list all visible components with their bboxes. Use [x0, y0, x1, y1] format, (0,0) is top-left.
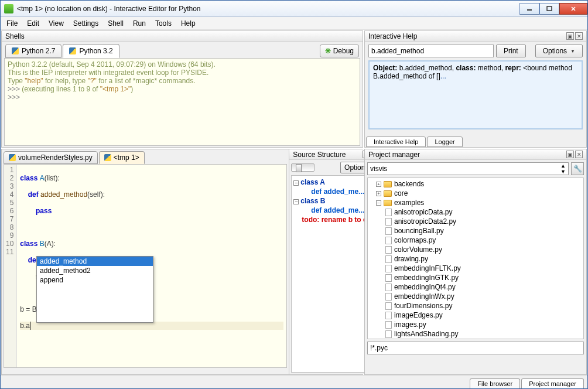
pm-title: Project manager — [368, 151, 420, 159]
statusbar: File browser Project manager — [1, 376, 587, 388]
file-icon — [385, 237, 392, 244]
project-select[interactable]: visvis▲▼ — [367, 162, 569, 175]
file-icon — [385, 321, 392, 329]
editor-tab-label: volumeRenderStyles.py — [18, 153, 93, 162]
menu-tools[interactable]: Tools — [151, 18, 176, 29]
file-item[interactable]: embeddingInGTK.py — [369, 273, 582, 282]
file-icon — [385, 265, 392, 272]
menu-settings[interactable]: Settings — [69, 18, 103, 29]
structure-title: Source Structure — [293, 151, 346, 159]
wrench-icon: 🔧 — [573, 165, 582, 173]
menu-shell[interactable]: Shell — [103, 18, 128, 29]
file-item[interactable]: anisotropicData.py — [369, 207, 582, 217]
menubar: File Edit View Settings Shell Run Tools … — [1, 17, 587, 30]
tab-project-manager[interactable]: Project manager — [521, 378, 584, 388]
panel-close-icon[interactable]: ✕ — [575, 151, 583, 158]
help-content: Object: b.added_method, class: method, r… — [368, 60, 583, 129]
file-item[interactable]: images.py — [369, 320, 582, 329]
line-gutter: 1234567891011 — [4, 165, 17, 367]
collapse-icon[interactable]: − — [293, 199, 299, 204]
project-settings-button[interactable]: 🔧 — [571, 162, 584, 175]
file-item[interactable]: colormaps.py — [369, 236, 582, 245]
python-icon — [9, 154, 16, 161]
tab-interactive-help[interactable]: Interactive Help — [366, 137, 426, 147]
shell-tab-label: Python 3.2 — [79, 47, 112, 55]
python-icon — [12, 47, 19, 54]
tab-logger[interactable]: Logger — [427, 137, 462, 147]
folder-item[interactable]: +backends — [369, 179, 582, 189]
code-editor[interactable]: 1234567891011 class A(list): def added_m… — [4, 164, 287, 368]
undock-icon[interactable]: ▣ — [566, 32, 574, 40]
folder-item[interactable]: −examples — [369, 198, 582, 207]
shell-tab-python27[interactable]: Python 2.7 — [5, 44, 61, 58]
folder-icon — [384, 200, 392, 206]
file-item[interactable]: embeddingInWx.py — [369, 292, 582, 301]
collapse-icon[interactable]: − — [376, 200, 381, 206]
file-item[interactable]: anisotropicData2.py — [369, 217, 582, 226]
expand-icon[interactable]: + — [376, 182, 381, 187]
file-item[interactable]: bouncingBall.py — [369, 226, 582, 236]
help-options-button[interactable]: Options▼ — [535, 45, 583, 57]
file-item[interactable]: colorVolume.py — [369, 245, 582, 254]
editor-panel: volumeRenderStyles.py <tmp 1> 1234567891… — [1, 149, 363, 375]
autocomplete-item[interactable]: added_method2 — [37, 266, 153, 275]
python-icon — [104, 154, 111, 161]
undock-icon[interactable]: ▣ — [566, 151, 574, 158]
shell-tab-label: Python 2.7 — [22, 47, 55, 55]
help-query-input[interactable] — [368, 45, 494, 57]
file-icon — [385, 312, 392, 319]
file-icon — [385, 218, 392, 226]
debug-button[interactable]: ✳Debug — [320, 45, 359, 57]
menu-run[interactable]: Run — [128, 18, 151, 29]
window-title: <tmp 1> (no location on disk) - Interact… — [17, 5, 201, 13]
shell-prompt: >>> — [8, 93, 357, 101]
minimize-button[interactable] — [519, 3, 539, 15]
python-icon — [69, 47, 76, 54]
file-item[interactable]: imageEdges.py — [369, 310, 582, 320]
file-filter-input[interactable] — [367, 342, 584, 354]
tab-file-browser[interactable]: File browser — [470, 378, 520, 388]
file-item[interactable]: fourDimensions.py — [369, 301, 582, 310]
editor-tab-tmp1[interactable]: <tmp 1> — [99, 151, 145, 164]
file-icon — [385, 284, 392, 291]
autocomplete-item[interactable]: append — [37, 275, 153, 285]
editor-tab-volumerender[interactable]: volumeRenderStyles.py — [4, 151, 98, 164]
app-logo-icon — [4, 4, 13, 13]
panel-close-icon[interactable]: ✕ — [575, 32, 583, 40]
folder-item[interactable]: +core — [369, 189, 582, 198]
folder-icon — [384, 181, 392, 187]
options-label: Options — [543, 47, 567, 55]
file-item[interactable]: embeddingInQt4.py — [369, 282, 582, 292]
file-item[interactable]: embeddingInFLTK.py — [369, 264, 582, 273]
more-link[interactable]: ... — [440, 72, 446, 80]
autocomplete-item[interactable]: added_method — [37, 257, 153, 266]
updown-icon: ▲▼ — [560, 163, 566, 175]
collapse-icon[interactable]: − — [293, 180, 299, 186]
file-tree[interactable]: +backends +core −examples anisotropicDat… — [367, 178, 584, 339]
window-titlebar: <tmp 1> (no location on disk) - Interact… — [1, 1, 587, 17]
autocomplete-popup[interactable]: added_method added_method2 append — [36, 256, 153, 323]
file-icon — [385, 330, 392, 338]
project-manager-panel: Project manager▣✕ visvis▲▼ 🔧 +backends +… — [364, 149, 587, 375]
shell-line: This is the IEP interpreter with integra… — [8, 69, 357, 77]
editor-tab-label: <tmp 1> — [114, 153, 139, 162]
print-button[interactable]: Print — [496, 45, 526, 57]
bug-icon: ✳ — [325, 47, 331, 55]
svg-rect-1 — [547, 6, 552, 11]
menu-help[interactable]: Help — [176, 18, 200, 29]
interactive-help-panel: Interactive Help▣✕ Print Options▼ Object… — [364, 30, 587, 148]
menu-view[interactable]: View — [44, 18, 69, 29]
menu-edit[interactable]: Edit — [22, 18, 44, 29]
close-button[interactable] — [559, 3, 587, 15]
shell-tab-python32[interactable]: Python 3.2 — [63, 44, 119, 58]
file-item[interactable]: drawing.py — [369, 254, 582, 264]
expand-icon[interactable]: + — [376, 191, 381, 196]
shells-title: Shells — [5, 32, 25, 40]
maximize-button[interactable] — [539, 3, 559, 15]
menu-file[interactable]: File — [2, 18, 22, 29]
chevron-down-icon: ▼ — [570, 49, 575, 54]
file-item[interactable]: lightsAndShading.py — [369, 329, 582, 339]
structure-depth-slider[interactable] — [291, 163, 314, 172]
help-title: Interactive Help — [368, 32, 417, 40]
shell-output[interactable]: Python 3.2.2 (default, Sep 4 2011, 09:07… — [4, 58, 360, 146]
